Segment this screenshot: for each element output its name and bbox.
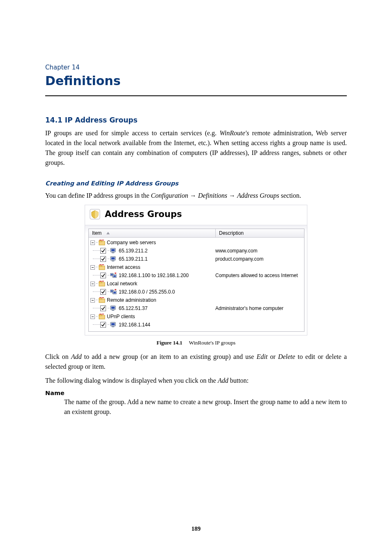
pf-delete: Delete [278, 353, 295, 360]
svg-rect-10 [112, 261, 114, 261]
svg-rect-39 [102, 314, 104, 314]
svg-rect-27 [113, 292, 116, 294]
item-checkbox[interactable] [100, 256, 106, 262]
svg-rect-13 [99, 264, 101, 265]
svg-rect-12 [99, 265, 102, 266]
group-folder-icon [99, 281, 105, 287]
group-name: UPnP clients [107, 314, 135, 319]
host-icon [110, 305, 117, 311]
group-item-row[interactable]: 192.168.0.0 / 255.255.0.0 [89, 288, 304, 296]
svg-rect-2 [99, 240, 102, 242]
svg-rect-7 [112, 252, 114, 253]
chapter-title: Definitions [45, 74, 347, 88]
svg-rect-30 [99, 298, 102, 299]
group-row[interactable]: Remote administration [89, 296, 304, 304]
figure-caption-lead: Figure 14.1 [157, 340, 182, 346]
term-description: The name of the group. Add a new name to… [64, 397, 347, 417]
dlg-post: button: [228, 377, 249, 384]
item-checkbox[interactable] [100, 322, 106, 328]
nav-pre: You can define IP address groups in the [45, 192, 151, 199]
group-folder-icon [99, 240, 105, 245]
host-icon [110, 248, 117, 254]
figure-14-1: Address Groups Item Description Company … [45, 205, 347, 346]
group-item-row[interactable]: 65.139.211.1product.company.com [89, 255, 304, 263]
column-desc-label: Description [219, 230, 244, 236]
dlg-pre: The following dialog window is displayed… [45, 377, 218, 384]
svg-rect-35 [112, 310, 114, 311]
panel-header: Address Groups [85, 205, 307, 225]
nav-post: section. [279, 192, 301, 199]
group-folder-icon [99, 314, 105, 319]
subnet-icon [110, 289, 117, 295]
svg-rect-38 [99, 314, 101, 314]
item-checkbox[interactable] [100, 273, 106, 278]
pf-edit: Edit [256, 353, 267, 360]
svg-rect-34 [111, 307, 115, 309]
svg-rect-41 [111, 323, 115, 325]
group-name: Local network [107, 281, 137, 287]
item-label: 192.168.0.0 / 255.255.0.0 [119, 289, 175, 295]
item-checkbox[interactable] [100, 305, 106, 311]
panel-logo-icon [89, 208, 101, 220]
tree-collapse-icon[interactable] [90, 240, 95, 245]
column-header-description[interactable]: Description [216, 229, 304, 237]
svg-rect-37 [99, 314, 102, 316]
group-row[interactable]: Internet access [89, 263, 304, 271]
group-row[interactable]: Local network [89, 280, 304, 288]
host-icon [110, 322, 117, 328]
panel-body: Item Description Company web servers65.1… [85, 225, 307, 335]
nav-arrow-1: → [188, 192, 198, 199]
tree-collapse-icon[interactable] [90, 298, 95, 303]
panel-title: Address Groups [105, 209, 182, 219]
item-checkbox[interactable] [100, 289, 106, 295]
group-name: Company web servers [107, 240, 156, 245]
intro-winroute-italic: WinRoute's [219, 130, 249, 136]
item-checkbox[interactable] [100, 248, 106, 254]
pf-add: Add [71, 353, 82, 360]
intro-text-pre: IP groups are used for simple access to … [45, 130, 219, 136]
svg-rect-28 [115, 289, 116, 290]
nav-paragraph: You can define IP address groups in the … [45, 191, 347, 201]
group-item-row[interactable]: 192.168.1.100 to 192.168.1.200Computers … [89, 271, 304, 280]
post-figure-paragraph: Click on Add to add a new group (or an i… [45, 352, 347, 372]
group-folder-icon [99, 297, 105, 303]
svg-rect-9 [111, 257, 115, 259]
chapter-label: Chapter 14 [45, 64, 347, 71]
item-label: 65.122.51.37 [119, 305, 148, 311]
nav-address-groups: Address Groups [237, 192, 279, 199]
figure-caption: Figure 14.1 WinRoute's IP groups [45, 340, 347, 346]
tree-collapse-icon[interactable] [90, 265, 95, 270]
subsection-title: Creating and Editing IP Address Groups [45, 180, 347, 187]
svg-rect-32 [102, 297, 104, 298]
table-header-row: Item Description [89, 229, 304, 238]
tree-collapse-icon[interactable] [90, 282, 95, 286]
item-description: Computers allowed to access Internet [214, 273, 304, 278]
item-label: 65.139.211.2 [119, 248, 148, 254]
svg-rect-22 [99, 281, 101, 282]
item-label: 192.168.1.144 [119, 322, 150, 328]
group-item-row[interactable]: 192.168.1.144 [89, 321, 304, 329]
figure-caption-text: WinRoute's IP groups [189, 340, 235, 346]
pf-or: or [267, 353, 278, 360]
ip-range-icon [110, 273, 117, 278]
nav-arrow-2: → [227, 192, 237, 199]
group-row[interactable]: Company web servers [89, 238, 304, 247]
svg-rect-21 [99, 282, 102, 283]
sort-ascending-icon [106, 232, 110, 234]
svg-rect-14 [102, 264, 104, 265]
column-item-label: Item [92, 230, 101, 236]
tree-collapse-icon[interactable] [90, 314, 95, 319]
item-description: www.company.com [214, 248, 304, 254]
svg-rect-18 [113, 275, 116, 277]
column-header-item[interactable]: Item [89, 229, 216, 237]
group-item-row[interactable]: 65.122.51.37Administrator's home compute… [89, 304, 304, 312]
figure-caption-sep [184, 340, 188, 346]
pf-mid1: to add a new group (or an item to an exi… [82, 353, 257, 360]
svg-rect-19 [115, 273, 116, 274]
address-groups-table: Item Description Company web servers65.1… [88, 229, 304, 332]
title-rule [45, 95, 347, 96]
pf-pre: Click on [45, 353, 71, 360]
group-item-row[interactable]: 65.139.211.2www.company.com [89, 247, 304, 255]
svg-rect-23 [102, 281, 104, 282]
group-row[interactable]: UPnP clients [89, 312, 304, 321]
